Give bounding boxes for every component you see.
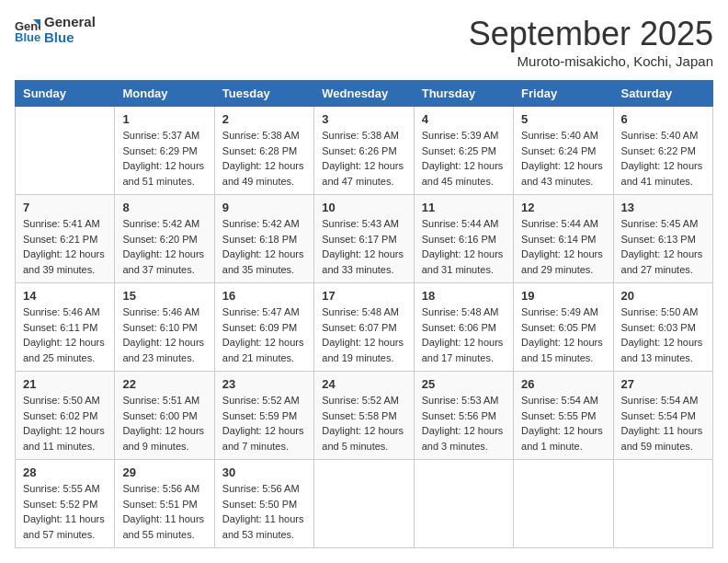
day-info-line: Daylight: 12 hours [621,335,705,350]
day-info-line: Sunrise: 5:51 AM [122,393,206,408]
day-number: 2 [222,112,306,126]
day-info-line: Sunrise: 5:46 AM [23,304,107,320]
day-info-line: Sunrise: 5:52 AM [322,393,405,408]
calendar-header-cell: Friday [514,81,613,107]
day-info-line: Sunset: 6:00 PM [122,408,206,424]
day-info-line: Daylight: 11 hours [621,423,705,439]
day-number: 11 [422,201,506,214]
day-info-line: Sunrise: 5:42 AM [122,216,206,232]
calendar-day-cell: 25Sunrise: 5:53 AMSunset: 5:56 PMDayligh… [414,372,513,460]
day-info-line: Sunset: 6:22 PM [621,144,705,159]
day-info-line: and 19 minutes. [322,350,405,366]
day-number: 10 [322,201,405,214]
day-info-line: Daylight: 12 hours [521,247,605,262]
day-info-line: Sunset: 6:16 PM [422,232,506,247]
day-info-line: Daylight: 12 hours [122,158,206,174]
calendar-day-cell: 26Sunrise: 5:54 AMSunset: 5:55 PMDayligh… [514,372,613,460]
calendar-day-cell: 18Sunrise: 5:48 AMSunset: 6:06 PMDayligh… [414,283,513,372]
day-info-line: Sunset: 6:29 PM [122,144,206,159]
day-info-line: Daylight: 12 hours [322,335,405,350]
day-info-line: Daylight: 12 hours [122,423,206,439]
day-info-line: Daylight: 12 hours [23,423,107,439]
day-info-line: Sunset: 5:54 PM [621,408,705,424]
day-info-line: Sunset: 6:21 PM [23,232,107,247]
day-info-line: Sunset: 6:13 PM [621,232,705,247]
svg-text:Blue: Blue [15,30,40,43]
day-info-line: and 3 minutes. [422,439,506,454]
day-number: 27 [621,377,705,391]
day-info-line: Daylight: 12 hours [322,247,405,262]
calendar-week-row: 14Sunrise: 5:46 AMSunset: 6:11 PMDayligh… [16,283,713,372]
day-info-line: and 7 minutes. [222,439,306,454]
calendar-day-cell: 8Sunrise: 5:42 AMSunset: 6:20 PMDaylight… [115,195,214,283]
day-info-line: and 39 minutes. [23,262,107,278]
day-info-line: and 53 minutes. [222,527,306,543]
calendar-body: 1Sunrise: 5:37 AMSunset: 6:29 PMDaylight… [16,107,713,548]
day-info-line: Daylight: 12 hours [222,335,306,350]
day-info-line: and 55 minutes. [122,527,206,543]
day-info-line: Sunset: 6:06 PM [422,320,506,336]
logo-text-blue: Blue [44,30,96,46]
day-info-line: Daylight: 12 hours [322,423,405,439]
day-number: 26 [521,377,605,391]
calendar-day-cell: 30Sunrise: 5:56 AMSunset: 5:50 PMDayligh… [214,460,313,548]
day-info-line: Sunset: 6:17 PM [322,232,405,247]
day-info-line: and 47 minutes. [322,174,405,190]
day-number: 15 [122,289,206,303]
calendar-day-cell: 11Sunrise: 5:44 AMSunset: 6:16 PMDayligh… [414,195,513,283]
day-info-line: Daylight: 12 hours [23,247,107,262]
day-info-line: and 31 minutes. [422,262,506,278]
day-info-line: Sunset: 6:14 PM [521,232,605,247]
day-info-line: and 45 minutes. [422,174,506,190]
day-info-line: Sunrise: 5:43 AM [322,216,405,232]
day-info-line: Sunset: 6:05 PM [521,320,605,336]
day-info-line: Sunset: 6:20 PM [122,232,206,247]
day-info-line: Daylight: 12 hours [422,158,506,174]
calendar-day-cell: 16Sunrise: 5:47 AMSunset: 6:09 PMDayligh… [214,283,313,372]
day-info-line: and 15 minutes. [521,350,605,366]
day-info-line: and 43 minutes. [521,174,605,190]
day-info-line: and 1 minute. [521,439,605,454]
calendar-week-row: 7Sunrise: 5:41 AMSunset: 6:21 PMDaylight… [16,195,713,283]
calendar-header-cell: Wednesday [314,81,414,107]
day-info-line: Sunrise: 5:39 AM [422,128,506,144]
calendar-header-cell: Tuesday [214,81,313,107]
day-info-line: Sunset: 5:51 PM [122,497,206,512]
day-info-line: and 13 minutes. [621,350,705,366]
calendar-day-cell: 7Sunrise: 5:41 AMSunset: 6:21 PMDaylight… [16,195,115,283]
day-info-line: Daylight: 12 hours [422,423,506,439]
day-info-line: and 41 minutes. [621,174,705,190]
day-number: 22 [122,377,206,391]
day-info-line: Sunrise: 5:47 AM [222,304,306,320]
day-info-line: Sunrise: 5:53 AM [422,393,506,408]
day-number: 28 [23,465,107,479]
calendar-day-cell: 27Sunrise: 5:54 AMSunset: 5:54 PMDayligh… [613,372,712,460]
day-info-line: Sunset: 5:50 PM [222,497,306,512]
day-info-line: and 5 minutes. [322,439,405,454]
day-number: 6 [621,112,705,126]
day-info-line: and 17 minutes. [422,350,506,366]
calendar-day-cell: 20Sunrise: 5:50 AMSunset: 6:03 PMDayligh… [613,283,712,372]
day-info-line: Sunrise: 5:37 AM [122,128,206,144]
day-info-line: Daylight: 12 hours [222,158,306,174]
day-info-line: Sunset: 6:07 PM [322,320,405,336]
day-info-line: and 49 minutes. [222,174,306,190]
calendar-table: SundayMondayTuesdayWednesdayThursdayFrid… [15,80,713,548]
calendar-day-cell: 14Sunrise: 5:46 AMSunset: 6:11 PMDayligh… [16,283,115,372]
day-number: 13 [621,201,705,214]
day-info-line: Sunrise: 5:38 AM [222,128,306,144]
calendar-day-cell: 5Sunrise: 5:40 AMSunset: 6:24 PMDaylight… [514,107,613,195]
day-info-line: Daylight: 12 hours [521,423,605,439]
title-area: September 2025 Muroto-misakicho, Kochi, … [469,15,713,69]
day-info-line: and 25 minutes. [23,350,107,366]
day-number: 8 [122,201,206,214]
day-info-line: Sunrise: 5:48 AM [322,304,405,320]
calendar-day-cell: 10Sunrise: 5:43 AMSunset: 6:17 PMDayligh… [314,195,414,283]
day-info-line: Sunrise: 5:56 AM [122,481,206,497]
calendar-day-cell: 17Sunrise: 5:48 AMSunset: 6:07 PMDayligh… [314,283,414,372]
day-info-line: Sunrise: 5:40 AM [621,128,705,144]
day-info-line: Sunrise: 5:56 AM [222,481,306,497]
day-info-line: Sunset: 5:55 PM [521,408,605,424]
calendar-day-cell: 4Sunrise: 5:39 AMSunset: 6:25 PMDaylight… [414,107,513,195]
calendar-day-cell: 24Sunrise: 5:52 AMSunset: 5:58 PMDayligh… [314,372,414,460]
